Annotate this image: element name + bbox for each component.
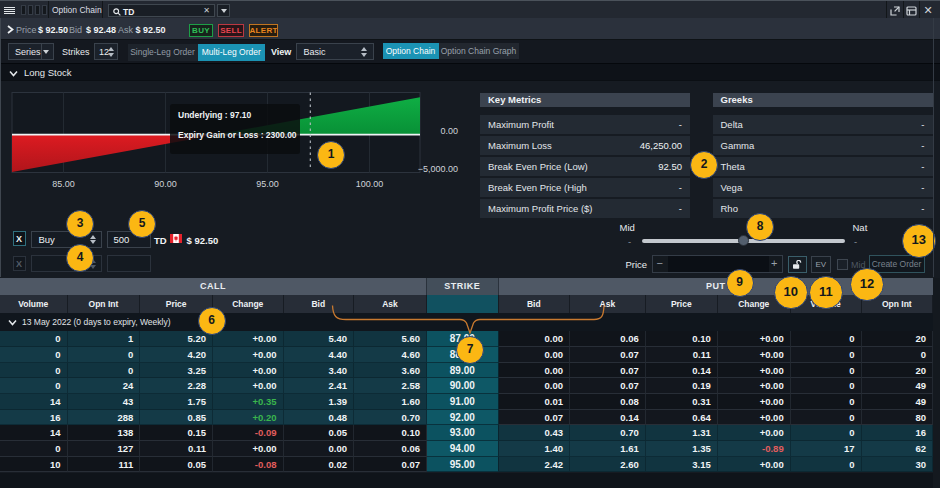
svg-text:95.00: 95.00: [256, 179, 279, 189]
svg-text:Expiry Gain or Loss : 2300.00: Expiry Gain or Loss : 2300.00: [178, 130, 297, 140]
svg-text:Underlying : 97.10: Underlying : 97.10: [178, 110, 251, 120]
svg-text:0.00: 0.00: [440, 126, 458, 136]
svg-text:100.00: 100.00: [356, 179, 384, 189]
svg-text:−5,000.00: −5,000.00: [418, 164, 458, 174]
svg-text:85.00: 85.00: [52, 179, 75, 189]
svg-text:90.00: 90.00: [154, 179, 177, 189]
